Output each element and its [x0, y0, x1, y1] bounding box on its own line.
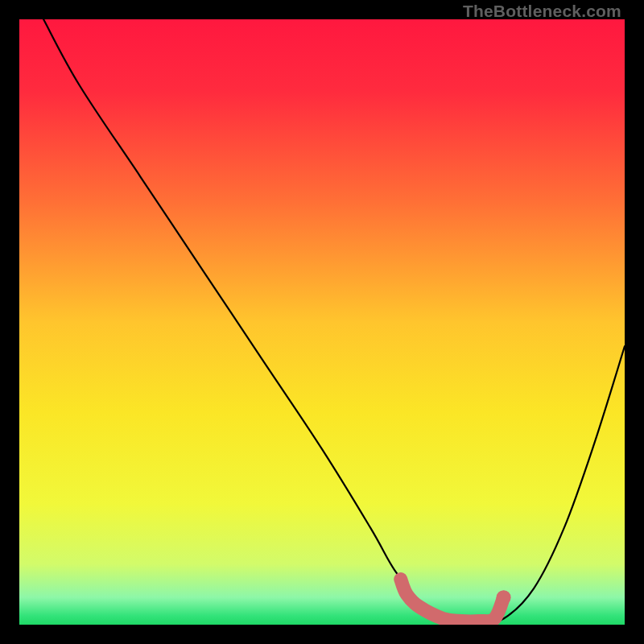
- gradient-background: [19, 19, 625, 625]
- chart-svg: [19, 19, 625, 625]
- watermark-text: TheBottleneck.com: [463, 2, 621, 21]
- sweet-spot-endpoint: [497, 590, 511, 605]
- chart-frame: [19, 19, 625, 625]
